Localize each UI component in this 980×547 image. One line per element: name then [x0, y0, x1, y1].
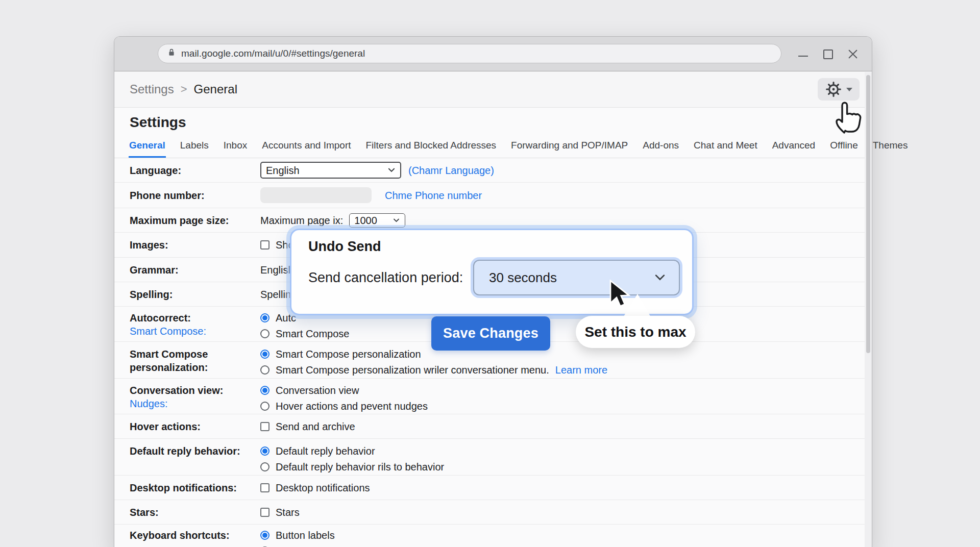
- learn-more-link[interactable]: Learn more: [555, 363, 607, 377]
- breadcrumb-bar: Settings > General: [114, 71, 872, 108]
- settings-table: Language: English (Chamr Language) Phone…: [114, 158, 872, 547]
- hand-cursor-icon: [829, 97, 864, 136]
- autocorrect-radio-off[interactable]: [260, 329, 270, 338]
- radio-label[interactable]: Smart Compose personalization: [276, 347, 421, 361]
- radio-label[interactable]: Conversation view: [276, 384, 359, 397]
- chevron-down-icon: [393, 218, 400, 222]
- reply-radio-on[interactable]: [260, 446, 270, 456]
- close-icon: [847, 48, 859, 60]
- tab-labels[interactable]: Labels: [180, 140, 209, 158]
- breadcrumb-settings[interactable]: Settings: [130, 82, 174, 96]
- popup-title: Undo Send: [308, 239, 381, 255]
- row-label: Stars:: [130, 506, 260, 519]
- autocorrect-radio-on[interactable]: [260, 313, 270, 322]
- tab-advanced[interactable]: Advanced: [772, 140, 816, 158]
- checkbox-label[interactable]: Send and archive: [276, 420, 355, 433]
- radio-label[interactable]: Default reply behavior rils to behavior: [276, 460, 444, 474]
- close-button[interactable]: [847, 48, 859, 60]
- url-text: mail.google.com/mail/u/0/#settings/gener…: [181, 48, 365, 59]
- row-label: Smart Compose personalization:: [130, 347, 260, 378]
- tab-chat-and-meet[interactable]: Chat and Meet: [693, 140, 758, 158]
- spelling-value: Spellin: [260, 289, 291, 300]
- cancellation-period-label: Send cancellation period:: [308, 270, 463, 286]
- vertical-scrollbar[interactable]: [865, 72, 872, 547]
- breadcrumb-separator-icon: >: [181, 83, 187, 96]
- images-checkbox[interactable]: [260, 240, 270, 250]
- save-changes-button[interactable]: Save Changes: [431, 316, 550, 351]
- scp-radio-on[interactable]: [260, 350, 270, 359]
- language-select[interactable]: English: [260, 162, 401, 179]
- radio-label[interactable]: Hover actions and pevent nudges: [276, 400, 428, 413]
- checkbox-label[interactable]: Desktop notifications: [276, 481, 370, 494]
- tab-general[interactable]: General: [129, 140, 166, 158]
- row-desktop-notifications: Desktop notifications: Desktop notificat…: [114, 476, 872, 500]
- lock-icon: [166, 47, 177, 60]
- tab-forwarding-and-pop-imap[interactable]: Forwarding and POP/IMAP: [510, 140, 628, 158]
- chevron-down-icon: [846, 88, 852, 91]
- phone-number-input[interactable]: [260, 187, 372, 203]
- radio-label[interactable]: Create contacts for auto-complete (My pi…: [276, 544, 491, 547]
- row-label: Default reply behavior:: [130, 444, 260, 475]
- language-select-value: English: [266, 164, 300, 177]
- tab-add-ons[interactable]: Add-ons: [642, 140, 679, 158]
- radio-label[interactable]: Smart Compose: [276, 327, 350, 340]
- row-label: Phone number:: [130, 189, 260, 202]
- chevron-down-icon: [388, 168, 395, 172]
- minimize-button[interactable]: [797, 48, 808, 60]
- page-size-select[interactable]: 1000: [349, 213, 405, 228]
- row-label: Autocorrect: Smart Compose:: [130, 311, 260, 341]
- tab-accounts-and-import[interactable]: Accounts and Import: [261, 140, 351, 158]
- stars-checkbox[interactable]: [260, 508, 270, 517]
- row-label: Grammar:: [130, 263, 260, 277]
- row-label: Maximum page size:: [130, 214, 260, 227]
- change-phone-number-link[interactable]: Chme Phone number: [385, 189, 482, 202]
- conversation-radio-off[interactable]: [260, 402, 270, 411]
- radio-label[interactable]: Button labels: [276, 529, 335, 542]
- tab-themes[interactable]: Themes: [872, 140, 909, 158]
- hover-actions-checkbox[interactable]: [260, 422, 270, 431]
- row-stars: Stars: Stars: [114, 500, 872, 525]
- address-bar[interactable]: mail.google.com/mail/u/0/#settings/gener…: [158, 44, 781, 63]
- arrow-cursor-icon: [608, 280, 635, 311]
- change-language-link[interactable]: (Chamr Language): [408, 164, 494, 177]
- row-default-reply-behavior: Default reply behavior: Default reply be…: [114, 439, 872, 476]
- autocorrect-label: Autocorrect:: [130, 312, 191, 324]
- row-label: Conversation view: Nudges:: [130, 384, 260, 414]
- tooltip-text: Set this to max: [584, 324, 686, 340]
- tab-inbox[interactable]: Inbox: [223, 140, 248, 158]
- row-hover-actions: Hover actions: Send and archive: [114, 414, 872, 439]
- scrollbar-thumb[interactable]: [866, 75, 870, 353]
- row-language: Language: English (Chamr Language): [114, 158, 872, 183]
- row-keyboard-shortcuts: Keyboard shortcuts: Button labels Create…: [114, 525, 872, 547]
- save-changes-label: Save Changes: [443, 326, 538, 341]
- smart-compose-link[interactable]: Smart Compose:: [130, 325, 260, 338]
- row-label: Hover actions:: [130, 420, 260, 433]
- keyboard-radio-on[interactable]: [260, 531, 270, 540]
- checkbox-label[interactable]: Stars: [276, 506, 300, 519]
- tab-filters-and-blocked-addresses[interactable]: Filters and Blocked Addresses: [365, 140, 497, 158]
- learn-more-link[interactable]: Learn more: [497, 544, 549, 547]
- page-title: Settings: [130, 114, 872, 131]
- nudges-link[interactable]: Nudges:: [130, 397, 260, 410]
- browser-title-bar: mail.google.com/mail/u/0/#settings/gener…: [114, 37, 872, 71]
- scp-radio-off[interactable]: [260, 365, 270, 375]
- gear-icon: [825, 81, 842, 97]
- chevron-down-icon: [654, 274, 666, 281]
- maximize-icon: [823, 49, 833, 59]
- cancellation-period-dropdown[interactable]: 30 seconds: [473, 260, 680, 295]
- row-label: Images:: [130, 238, 260, 252]
- radio-label[interactable]: Smart Compose personalization wriler con…: [276, 363, 549, 377]
- maximize-button[interactable]: [822, 48, 834, 60]
- row-label: Language:: [130, 164, 260, 177]
- dropdown-value: 30 seconds: [489, 270, 557, 286]
- window-controls: [797, 37, 859, 71]
- tab-offline[interactable]: Offline: [829, 140, 859, 158]
- conversation-radio-on[interactable]: [260, 386, 270, 395]
- desktop-notifications-checkbox[interactable]: [260, 483, 270, 492]
- set-to-max-tooltip: Set this to max: [576, 316, 695, 348]
- radio-label[interactable]: Default reply behavior: [276, 444, 375, 458]
- row-phone-number: Phone number: Chme Phone number: [114, 183, 872, 208]
- reply-radio-off[interactable]: [260, 462, 270, 471]
- screenshot-stage: mail.google.com/mail/u/0/#settings/gener…: [0, 0, 980, 547]
- breadcrumb-general: General: [194, 82, 237, 96]
